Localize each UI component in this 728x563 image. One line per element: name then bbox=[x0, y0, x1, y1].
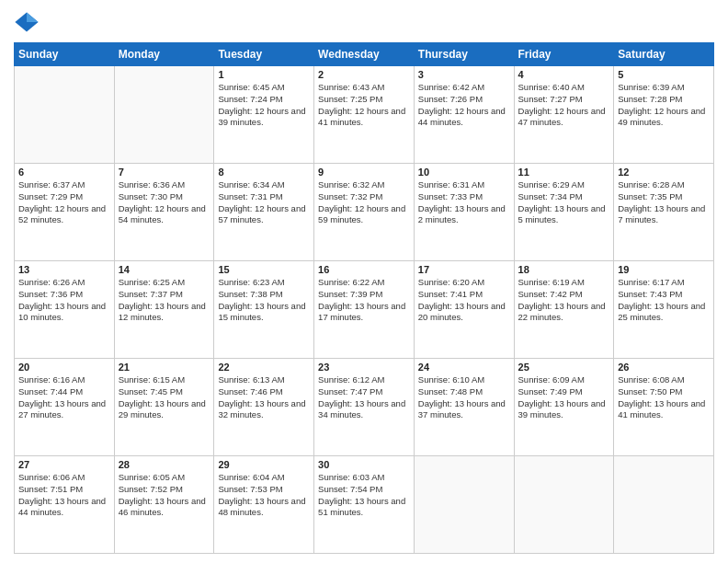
calendar-cell: 9Sunrise: 6:32 AMSunset: 7:32 PMDaylight… bbox=[314, 164, 415, 261]
day-number: 2 bbox=[318, 69, 410, 80]
calendar-cell: 13Sunrise: 6:26 AMSunset: 7:36 PMDayligh… bbox=[15, 261, 115, 359]
day-info: Sunrise: 6:05 AMSunset: 7:52 PMDaylight:… bbox=[119, 472, 210, 519]
day-number: 5 bbox=[618, 69, 710, 80]
day-number: 21 bbox=[119, 362, 210, 373]
day-number: 24 bbox=[418, 362, 510, 373]
week-row-2: 13Sunrise: 6:26 AMSunset: 7:36 PMDayligh… bbox=[15, 261, 714, 359]
day-number: 22 bbox=[218, 362, 310, 373]
day-info: Sunrise: 6:45 AMSunset: 7:24 PMDaylight:… bbox=[218, 82, 310, 129]
day-info: Sunrise: 6:36 AMSunset: 7:30 PMDaylight:… bbox=[119, 179, 210, 226]
day-info: Sunrise: 6:43 AMSunset: 7:25 PMDaylight:… bbox=[318, 82, 410, 129]
header-monday: Monday bbox=[114, 43, 214, 66]
day-number: 16 bbox=[318, 264, 410, 275]
day-number: 11 bbox=[518, 167, 610, 178]
day-number: 28 bbox=[119, 459, 210, 470]
calendar-cell: 15Sunrise: 6:23 AMSunset: 7:38 PMDayligh… bbox=[214, 261, 314, 359]
page: SundayMondayTuesdayWednesdayThursdayFrid… bbox=[0, 0, 728, 563]
day-info: Sunrise: 6:37 AMSunset: 7:29 PMDaylight:… bbox=[18, 179, 110, 226]
day-info: Sunrise: 6:04 AMSunset: 7:53 PMDaylight:… bbox=[218, 472, 310, 519]
calendar-cell: 23Sunrise: 6:12 AMSunset: 7:47 PMDayligh… bbox=[314, 359, 415, 456]
day-info: Sunrise: 6:15 AMSunset: 7:45 PMDaylight:… bbox=[119, 374, 210, 421]
day-number: 17 bbox=[418, 264, 510, 275]
calendar-body: 1Sunrise: 6:45 AMSunset: 7:24 PMDaylight… bbox=[15, 66, 714, 554]
day-number: 7 bbox=[119, 167, 210, 178]
header-tuesday: Tuesday bbox=[214, 43, 314, 66]
calendar-cell: 6Sunrise: 6:37 AMSunset: 7:29 PMDaylight… bbox=[15, 164, 115, 261]
day-info: Sunrise: 6:29 AMSunset: 7:34 PMDaylight:… bbox=[518, 179, 610, 226]
day-info: Sunrise: 6:23 AMSunset: 7:38 PMDaylight:… bbox=[218, 277, 310, 324]
week-row-1: 6Sunrise: 6:37 AMSunset: 7:29 PMDaylight… bbox=[15, 164, 714, 261]
calendar-cell: 29Sunrise: 6:04 AMSunset: 7:53 PMDayligh… bbox=[214, 456, 314, 554]
day-number: 10 bbox=[418, 167, 510, 178]
day-number: 3 bbox=[418, 69, 510, 80]
day-info: Sunrise: 6:13 AMSunset: 7:46 PMDaylight:… bbox=[218, 374, 310, 421]
calendar-cell bbox=[15, 66, 115, 164]
calendar-cell bbox=[614, 456, 714, 554]
calendar-header: SundayMondayTuesdayWednesdayThursdayFrid… bbox=[15, 43, 714, 66]
calendar-cell: 19Sunrise: 6:17 AMSunset: 7:43 PMDayligh… bbox=[614, 261, 714, 359]
calendar-cell: 21Sunrise: 6:15 AMSunset: 7:45 PMDayligh… bbox=[114, 359, 214, 456]
day-number: 12 bbox=[618, 167, 710, 178]
day-number: 29 bbox=[218, 459, 310, 470]
day-number: 19 bbox=[618, 264, 710, 275]
calendar-cell: 18Sunrise: 6:19 AMSunset: 7:42 PMDayligh… bbox=[514, 261, 614, 359]
day-number: 18 bbox=[518, 264, 610, 275]
day-info: Sunrise: 6:17 AMSunset: 7:43 PMDaylight:… bbox=[618, 277, 710, 324]
header-saturday: Saturday bbox=[614, 43, 714, 66]
calendar-cell: 8Sunrise: 6:34 AMSunset: 7:31 PMDaylight… bbox=[214, 164, 314, 261]
calendar-cell bbox=[414, 456, 514, 554]
day-number: 30 bbox=[318, 459, 410, 470]
calendar-cell: 2Sunrise: 6:43 AMSunset: 7:25 PMDaylight… bbox=[314, 66, 415, 164]
day-info: Sunrise: 6:31 AMSunset: 7:33 PMDaylight:… bbox=[418, 179, 510, 226]
day-info: Sunrise: 6:22 AMSunset: 7:39 PMDaylight:… bbox=[318, 277, 410, 324]
header-friday: Friday bbox=[514, 43, 614, 66]
calendar-table: SundayMondayTuesdayWednesdayThursdayFrid… bbox=[14, 42, 714, 554]
day-info: Sunrise: 6:20 AMSunset: 7:41 PMDaylight:… bbox=[418, 277, 510, 324]
day-info: Sunrise: 6:40 AMSunset: 7:27 PMDaylight:… bbox=[518, 82, 610, 129]
header-thursday: Thursday bbox=[414, 43, 514, 66]
calendar-cell: 30Sunrise: 6:03 AMSunset: 7:54 PMDayligh… bbox=[314, 456, 415, 554]
day-number: 25 bbox=[518, 362, 610, 373]
day-info: Sunrise: 6:09 AMSunset: 7:49 PMDaylight:… bbox=[518, 374, 610, 421]
calendar-cell: 26Sunrise: 6:08 AMSunset: 7:50 PMDayligh… bbox=[614, 359, 714, 456]
day-number: 9 bbox=[318, 167, 410, 178]
header-wednesday: Wednesday bbox=[314, 43, 415, 66]
calendar-cell bbox=[514, 456, 614, 554]
calendar-cell: 10Sunrise: 6:31 AMSunset: 7:33 PMDayligh… bbox=[414, 164, 514, 261]
calendar-cell bbox=[114, 66, 214, 164]
calendar-cell: 12Sunrise: 6:28 AMSunset: 7:35 PMDayligh… bbox=[614, 164, 714, 261]
header-sunday: Sunday bbox=[15, 43, 115, 66]
day-info: Sunrise: 6:32 AMSunset: 7:32 PMDaylight:… bbox=[318, 179, 410, 226]
calendar-cell: 20Sunrise: 6:16 AMSunset: 7:44 PMDayligh… bbox=[15, 359, 115, 456]
day-info: Sunrise: 6:08 AMSunset: 7:50 PMDaylight:… bbox=[618, 374, 710, 421]
day-info: Sunrise: 6:28 AMSunset: 7:35 PMDaylight:… bbox=[618, 179, 710, 226]
day-info: Sunrise: 6:06 AMSunset: 7:51 PMDaylight:… bbox=[18, 472, 110, 519]
day-number: 6 bbox=[18, 167, 110, 178]
week-row-0: 1Sunrise: 6:45 AMSunset: 7:24 PMDaylight… bbox=[15, 66, 714, 164]
day-number: 14 bbox=[119, 264, 210, 275]
calendar-cell: 11Sunrise: 6:29 AMSunset: 7:34 PMDayligh… bbox=[514, 164, 614, 261]
calendar-cell: 14Sunrise: 6:25 AMSunset: 7:37 PMDayligh… bbox=[114, 261, 214, 359]
calendar-cell: 16Sunrise: 6:22 AMSunset: 7:39 PMDayligh… bbox=[314, 261, 415, 359]
header bbox=[14, 9, 714, 35]
week-row-3: 20Sunrise: 6:16 AMSunset: 7:44 PMDayligh… bbox=[15, 359, 714, 456]
day-number: 13 bbox=[18, 264, 110, 275]
day-number: 15 bbox=[218, 264, 310, 275]
calendar-cell: 7Sunrise: 6:36 AMSunset: 7:30 PMDaylight… bbox=[114, 164, 214, 261]
day-number: 20 bbox=[18, 362, 110, 373]
day-info: Sunrise: 6:10 AMSunset: 7:48 PMDaylight:… bbox=[418, 374, 510, 421]
day-info: Sunrise: 6:34 AMSunset: 7:31 PMDaylight:… bbox=[218, 179, 310, 226]
calendar-cell: 5Sunrise: 6:39 AMSunset: 7:28 PMDaylight… bbox=[614, 66, 714, 164]
day-number: 4 bbox=[518, 69, 610, 80]
day-info: Sunrise: 6:03 AMSunset: 7:54 PMDaylight:… bbox=[318, 472, 410, 519]
logo bbox=[14, 9, 43, 35]
calendar-cell: 27Sunrise: 6:06 AMSunset: 7:51 PMDayligh… bbox=[15, 456, 115, 554]
day-info: Sunrise: 6:39 AMSunset: 7:28 PMDaylight:… bbox=[618, 82, 710, 129]
calendar-cell: 4Sunrise: 6:40 AMSunset: 7:27 PMDaylight… bbox=[514, 66, 614, 164]
calendar-cell: 25Sunrise: 6:09 AMSunset: 7:49 PMDayligh… bbox=[514, 359, 614, 456]
svg-marker-1 bbox=[27, 13, 39, 23]
header-row: SundayMondayTuesdayWednesdayThursdayFrid… bbox=[15, 43, 714, 66]
day-info: Sunrise: 6:12 AMSunset: 7:47 PMDaylight:… bbox=[318, 374, 410, 421]
calendar-cell: 22Sunrise: 6:13 AMSunset: 7:46 PMDayligh… bbox=[214, 359, 314, 456]
day-info: Sunrise: 6:16 AMSunset: 7:44 PMDaylight:… bbox=[18, 374, 110, 421]
